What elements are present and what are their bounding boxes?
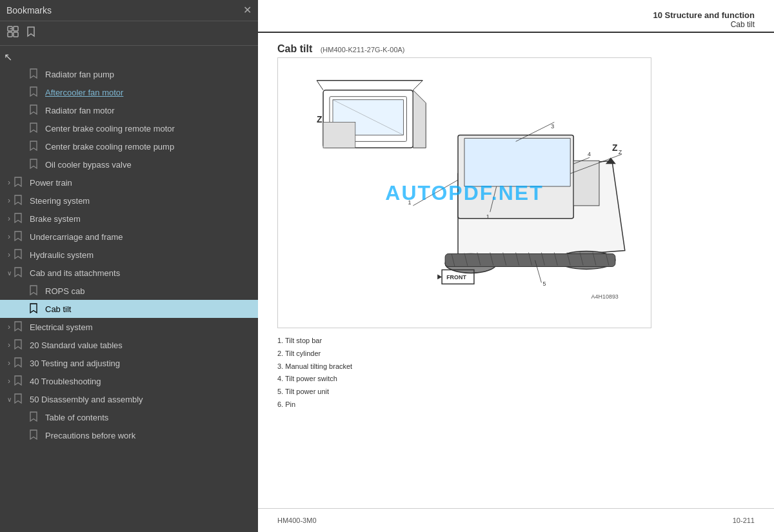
svg-rect-2: [8, 32, 12, 37]
bookmark-leaf-icon-center-brake-cooling-remote-pump: [30, 141, 41, 153]
bookmarks-header: Bookmarks ✕: [0, 0, 258, 21]
expand-arrow-cab-and-its-attachments[interactable]: ∨: [4, 270, 14, 277]
bookmark-leaf-icon-rops-cab: [30, 285, 41, 297]
bookmark-leaf-icon-precautions-before-work: [30, 429, 41, 442]
bookmark-item-electrical-system[interactable]: › Electrical system: [0, 318, 258, 336]
bookmark-icon[interactable]: [25, 25, 37, 41]
expand-arrow-brake-system[interactable]: ›: [4, 214, 14, 223]
footer-page: 10-211: [733, 517, 755, 524]
diagram-container: AUTOPDF.NET: [277, 57, 651, 328]
bookmark-leaf-icon-30-testing-and-adjusting: [14, 357, 26, 369]
bookmark-label-hydraulic-system: Hydraulic system: [30, 250, 254, 260]
bookmark-leaf-icon-steering-system: [14, 195, 26, 207]
bookmark-item-radiator-fan-motor[interactable]: Radiator fan motor: [0, 101, 258, 119]
bookmark-item-table-of-contents[interactable]: Table of contents: [0, 408, 258, 426]
bookmark-item-power-train[interactable]: › Power train: [0, 173, 258, 192]
doc-sub-title: Cab tilt: [653, 20, 755, 29]
bookmark-label-cab-tilt: Cab tilt: [45, 304, 254, 314]
bookmark-label-30-testing-and-adjusting: 30 Testing and adjusting: [30, 359, 254, 368]
bookmark-item-center-brake-cooling-remote-pump[interactable]: Center brake cooling remote pump: [0, 137, 258, 155]
cursor-arrow-icon: ↖: [4, 51, 14, 63]
svg-text:5: 5: [542, 281, 546, 287]
bookmark-item-50-disassembly-and-assembly[interactable]: ∨ 50 Disassembly and assembly: [0, 390, 258, 408]
bookmarks-panel: Bookmarks ✕ ↖ Radiator fan pump: [0, 0, 258, 532]
svg-text:FRONT: FRONT: [446, 274, 466, 281]
bookmark-label-table-of-contents: Table of contents: [45, 413, 254, 422]
expand-arrow-electrical-system[interactable]: ›: [4, 322, 14, 331]
doc-header-right: 10 Structure and function Cab tilt: [653, 10, 755, 29]
expand-arrow-power-train[interactable]: ›: [4, 178, 14, 187]
bookmark-item-precautions-before-work[interactable]: Precautions before work: [0, 426, 258, 444]
expand-arrow-50-disassembly-and-assembly[interactable]: ∨: [4, 396, 14, 403]
expand-arrow-hydraulic-system[interactable]: ›: [4, 250, 14, 259]
expand-arrow-20-standard-value-tables[interactable]: ›: [4, 340, 14, 350]
svg-text:3: 3: [551, 123, 554, 130]
expand-arrow-undercarriage-and-frame[interactable]: ›: [4, 232, 14, 241]
svg-marker-18: [464, 138, 570, 186]
bookmark-item-cab-tilt[interactable]: Cab tilt: [0, 300, 258, 318]
expand-arrow-steering-system[interactable]: ›: [4, 196, 14, 205]
bookmark-label-40-troubleshooting: 40 Troubleshooting: [30, 377, 254, 386]
doc-content: Cab tilt (HM400-K211-27G-K-00A) AUTOPDF.…: [258, 33, 774, 508]
bookmark-leaf-icon-radiator-fan-motor: [30, 104, 41, 117]
bookmark-leaf-icon-aftercooler-fan-motor: [30, 86, 41, 99]
bookmark-item-oil-cooler-bypass-valve[interactable]: Oil cooler bypass valve: [0, 155, 258, 173]
bookmark-label-50-disassembly-and-assembly: 50 Disassembly and assembly: [30, 395, 254, 404]
parts-list-item-5: 5. Tilt power unit: [277, 386, 651, 399]
bookmark-item-radiator-fan-pump[interactable]: Radiator fan pump: [0, 65, 258, 83]
bookmark-label-brake-system: Brake system: [30, 214, 254, 224]
bookmark-item-brake-system[interactable]: › Brake system: [0, 210, 258, 228]
close-button[interactable]: ✕: [243, 5, 252, 15]
svg-text:Z: Z: [317, 114, 322, 124]
svg-text:1: 1: [486, 213, 490, 220]
bookmarks-list[interactable]: ↖ Radiator fan pump Aftercooler fan moto…: [0, 46, 258, 532]
doc-section-title: 10 Structure and function: [653, 10, 755, 20]
bookmark-label-electrical-system: Electrical system: [30, 322, 254, 332]
bookmark-label-radiator-fan-pump: Radiator fan pump: [45, 70, 254, 79]
svg-rect-22: [445, 254, 615, 267]
bookmark-label-undercarriage-and-frame: Undercarriage and frame: [30, 232, 254, 242]
bookmark-label-power-train: Power train: [30, 178, 254, 188]
parts-list-item-3: 3. Manual tilting bracket: [277, 360, 651, 373]
bookmark-leaf-icon-radiator-fan-pump: [30, 68, 41, 81]
bookmark-leaf-icon-20-standard-value-tables: [14, 339, 26, 351]
bookmark-item-cab-and-its-attachments[interactable]: ∨ Cab and its attachments: [0, 264, 258, 282]
svg-rect-14: [323, 123, 355, 148]
bookmark-leaf-icon-table-of-contents: [30, 411, 41, 424]
bookmark-item-undercarriage-and-frame[interactable]: › Undercarriage and frame: [0, 228, 258, 246]
expand-arrow-30-testing-and-adjusting[interactable]: ›: [4, 359, 14, 368]
svg-text:Z: Z: [612, 143, 618, 153]
bookmark-item-20-standard-value-tables[interactable]: › 20 Standard value tables: [0, 336, 258, 354]
bookmark-item-30-testing-and-adjusting[interactable]: › 30 Testing and adjusting: [0, 354, 258, 372]
bookmark-label-cab-and-its-attachments: Cab and its attachments: [30, 268, 254, 278]
bookmark-leaf-icon-40-troubleshooting: [14, 375, 26, 388]
bookmark-leaf-icon-center-brake-cooling-remote-motor: [30, 123, 41, 135]
bookmark-item-hydraulic-system[interactable]: › Hydraulic system: [0, 246, 258, 264]
parts-list-item-4: 4. Tilt power switch: [277, 373, 651, 386]
expand-arrow-40-troubleshooting[interactable]: ›: [4, 377, 14, 386]
bookmark-leaf-icon-oil-cooler-bypass-valve: [30, 159, 41, 171]
bookmark-label-center-brake-cooling-remote-pump: Center brake cooling remote pump: [45, 142, 254, 152]
bookmark-leaf-icon-cab-tilt: [30, 303, 41, 315]
bookmark-label-center-brake-cooling-remote-motor: Center brake cooling remote motor: [45, 124, 254, 133]
bookmark-label-steering-system: Steering system: [30, 196, 254, 206]
bookmark-item-center-brake-cooling-remote-motor[interactable]: Center brake cooling remote motor: [0, 119, 258, 137]
cab-tilt-code: (HM400-K211-27G-K-00A): [321, 46, 405, 54]
document-panel: 10 Structure and function Cab tilt Cab t…: [258, 0, 774, 532]
parts-list: 1. Tilt stop bar2. Tilt cylinder3. Manua…: [277, 335, 651, 411]
doc-header: 10 Structure and function Cab tilt: [258, 0, 774, 33]
bookmark-item-rops-cab[interactable]: ROPS cab: [0, 282, 258, 300]
bookmark-item-steering-system[interactable]: › Steering system: [0, 192, 258, 210]
svg-rect-3: [14, 32, 18, 37]
parts-list-item-1: 1. Tilt stop bar: [277, 335, 651, 348]
watermark: AUTOPDF.NET: [385, 181, 543, 205]
svg-text:4: 4: [588, 151, 591, 157]
bookmark-label-aftercooler-fan-motor: Aftercooler fan motor: [45, 88, 254, 97]
bookmark-item-40-troubleshooting[interactable]: › 40 Troubleshooting: [0, 372, 258, 390]
bookmarks-title: Bookmarks: [6, 5, 52, 15]
grid-icon[interactable]: [6, 25, 19, 41]
bookmark-item-aftercooler-fan-motor[interactable]: Aftercooler fan motor: [0, 83, 258, 101]
parts-list-item-6: 6. Pin: [277, 399, 651, 411]
bookmark-label-radiator-fan-motor: Radiator fan motor: [45, 106, 254, 115]
bookmark-label-20-standard-value-tables: 20 Standard value tables: [30, 340, 254, 350]
